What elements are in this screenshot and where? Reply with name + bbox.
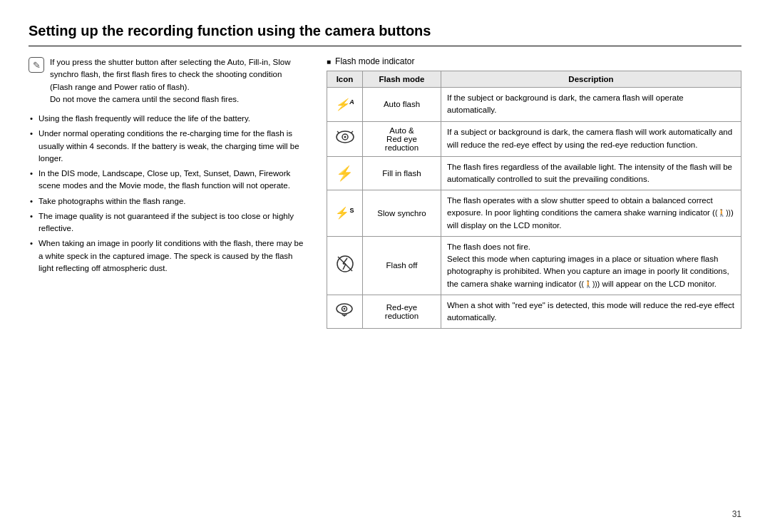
col-header-icon: Icon xyxy=(327,71,363,88)
page-title: Setting up the recording function using … xyxy=(29,21,741,40)
bullet-list: Using the flash frequently will reduce t… xyxy=(29,113,307,275)
mode-cell-slow-synchro: Slow synchro xyxy=(363,190,441,237)
bullet-item: In the DIS mode, Landscape, Close up, Te… xyxy=(29,168,307,193)
mode-cell-auto-redeye: Auto &Red eye reduction xyxy=(363,121,441,156)
icon-cell-flash-off xyxy=(327,236,363,295)
icon-cell-redeye-reduction xyxy=(327,295,363,329)
bullet-item: When taking an image in poorly lit condi… xyxy=(29,237,307,275)
bullet-item: Take photographs within the flash range. xyxy=(29,195,307,208)
icon-cell-slow-synchro: ⚡S xyxy=(327,190,363,237)
table-row: Red-eye reduction When a shot with "red … xyxy=(327,295,741,329)
mode-cell-redeye-reduction: Red-eye reduction xyxy=(363,295,441,329)
bullet-item: Using the flash frequently will reduce t… xyxy=(29,113,307,125)
desc-cell-flash-off: The flash does not fire.Select this mode… xyxy=(441,236,741,295)
eye-icon xyxy=(335,129,355,145)
col-header-description: Description xyxy=(441,71,741,88)
mode-cell-fill-flash: Fill in flash xyxy=(363,156,441,190)
note-paragraph-2: Do not move the camera until the second … xyxy=(50,95,239,103)
table-row: ⚡ Fill in flash The flash fires regardle… xyxy=(327,156,741,190)
flash-indicator-label: Flash mode indicator xyxy=(327,56,741,66)
svg-point-12 xyxy=(343,307,345,310)
mode-cell-flash-off: Flash off xyxy=(363,236,441,295)
desc-cell-fill-flash: The flash fires regardless of the availa… xyxy=(441,156,741,190)
note-text: If you press the shutter button after se… xyxy=(50,56,307,106)
bullet-item: Under normal operating conditions the re… xyxy=(29,128,307,165)
desc-cell-slow-synchro: The flash operates with a slow shutter s… xyxy=(441,190,741,237)
flash-table: Icon Flash mode Description ⚡A Auto flas… xyxy=(327,71,741,329)
title-divider xyxy=(29,46,741,46)
table-row: ⚡A Auto flash If the subject or backgrou… xyxy=(327,88,741,122)
left-column: ✎ If you press the shutter button after … xyxy=(29,56,307,329)
note-paragraph-1: If you press the shutter button after se… xyxy=(50,58,291,91)
note-icon: ✎ xyxy=(29,57,44,73)
redeye-reduction-icon xyxy=(335,302,355,318)
main-content: ✎ If you press the shutter button after … xyxy=(29,56,741,329)
page-number: 31 xyxy=(732,509,741,519)
table-row: Flash off The flash does not fire.Select… xyxy=(327,236,741,295)
icon-cell-auto-redeye xyxy=(327,121,363,156)
col-header-flash-mode: Flash mode xyxy=(363,71,441,88)
right-column: Flash mode indicator Icon Flash mode Des… xyxy=(327,56,741,329)
table-row: ⚡S Slow synchro The flash operates with … xyxy=(327,190,741,237)
desc-cell-auto-flash: If the subject or background is dark, th… xyxy=(441,88,741,122)
icon-cell-auto-flash: ⚡A xyxy=(327,88,363,122)
icon-cell-fill-flash: ⚡ xyxy=(327,156,363,190)
desc-cell-redeye-reduction: When a shot with "red eye" is detected, … xyxy=(441,295,741,329)
desc-cell-auto-redeye: If a subject or background is dark, the … xyxy=(441,121,741,156)
svg-point-2 xyxy=(344,136,346,138)
note-block: ✎ If you press the shutter button after … xyxy=(29,56,307,106)
mode-cell-auto-flash: Auto flash xyxy=(363,88,441,122)
table-header-row: Icon Flash mode Description xyxy=(327,71,741,88)
flash-off-icon xyxy=(336,255,354,273)
table-row: Auto &Red eye reduction If a subject or … xyxy=(327,121,741,156)
bullet-item: The image quality is not guaranteed if t… xyxy=(29,210,307,235)
svg-line-9 xyxy=(338,257,352,271)
